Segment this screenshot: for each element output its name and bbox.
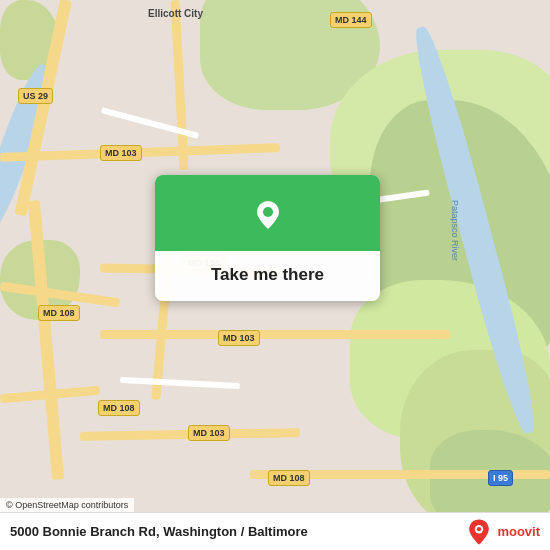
moovit-icon <box>465 518 493 546</box>
moovit-logo: moovit <box>465 518 540 546</box>
river-label: Patapsco River <box>450 200 460 261</box>
svg-point-3 <box>477 527 481 531</box>
road-label-us29: US 29 <box>18 88 53 104</box>
road <box>100 330 450 339</box>
location-pin-icon <box>246 193 290 237</box>
road-label-i95: I 95 <box>488 470 513 486</box>
road-label-md144: MD 144 <box>330 12 372 28</box>
road-label-md108b: MD 108 <box>98 400 140 416</box>
map-attribution: © OpenStreetMap contributors <box>0 498 134 512</box>
bottom-bar: 5000 Bonnie Branch Rd, Washington / Balt… <box>0 512 550 550</box>
take-me-there-button[interactable]: Take me there <box>211 265 324 285</box>
svg-point-1 <box>263 207 273 217</box>
road-label-md103a: MD 103 <box>100 145 142 161</box>
map-container: US 29 MD 144 MD 103 MD 103 MD 103 MD 103… <box>0 0 550 550</box>
road-label-md108c: MD 108 <box>268 470 310 486</box>
take-me-there-card[interactable]: Take me there <box>155 175 380 301</box>
road-label-md108a: MD 108 <box>38 305 80 321</box>
moovit-text: moovit <box>497 524 540 539</box>
pin-area <box>155 175 380 251</box>
road-label-md103d: MD 103 <box>188 425 230 441</box>
road-label-md103c: MD 103 <box>218 330 260 346</box>
address-text: 5000 Bonnie Branch Rd, Washington / Balt… <box>10 524 308 539</box>
city-label: Ellicott City <box>148 8 203 19</box>
